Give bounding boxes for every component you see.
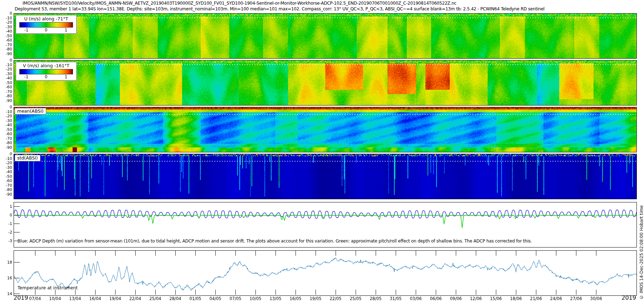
axis-tick-label: 18/06 <box>510 296 522 301</box>
std-absi-heatmap <box>14 154 636 199</box>
axis-tick-label: -50 <box>6 127 12 132</box>
temperature-label: Temperature at instrument <box>18 285 78 290</box>
axis-tick-label: -20 <box>6 20 12 25</box>
axis-tick-label: -20 <box>6 67 12 72</box>
axis-tick-label: -40 <box>6 170 12 174</box>
axis-tick-label: 28/04 <box>169 296 181 301</box>
u-legend-title: U (m/s) along -71°T <box>18 16 75 22</box>
axis-tick-label: 15/06 <box>490 296 502 301</box>
axis-tick-label: 03/06 <box>410 296 422 301</box>
axis-tick-label: 19/04 <box>109 296 121 301</box>
temperature-lineplot <box>14 251 636 295</box>
axis-tick-label: -60 <box>6 38 12 43</box>
axis-tick-label: 0 <box>10 152 12 156</box>
axis-tick-label: -70 <box>6 42 12 47</box>
axis-tick-label: 22/04 <box>129 296 141 301</box>
u-colorbar-legend: U (m/s) along -71°T -1 0 1 <box>16 15 77 34</box>
axis-tick-label: -60 <box>6 85 12 89</box>
colorbar-tick-label: 0 <box>45 74 47 79</box>
axis-tick-label: 09/06 <box>450 296 462 301</box>
axis-tick-label: 21/06 <box>530 296 542 301</box>
adcp-summary-figure: IMOS/ANMN/NSW/SYD100/Velocity/IMOS_ANMN-… <box>0 0 644 304</box>
axis-tick-label: -30 <box>6 118 12 123</box>
axis-tick-label: 10/04 <box>49 296 61 301</box>
figure-title-filename: IMOS/ANMN/NSW/SYD100/Velocity/IMOS_ANMN-… <box>23 1 457 6</box>
axis-tick-label: -30 <box>6 24 12 29</box>
xaxis-year-right: 2019 <box>621 294 636 301</box>
axis-tick-label: 07/04 <box>29 296 41 301</box>
axis-tick-label: 19/05 <box>309 296 321 301</box>
axis-tick-label: 22/05 <box>330 296 341 301</box>
axis-tick-label: -90 <box>6 98 12 103</box>
panel-temperature: Temperature at instrument <box>14 250 637 296</box>
axis-tick-label: -60 <box>6 178 12 183</box>
axis-tick-label: 1 <box>10 204 12 209</box>
axis-tick-label: -30 <box>6 165 12 170</box>
axis-tick-label: -90 <box>6 145 12 149</box>
axis-tick-label: 04/05 <box>209 296 221 301</box>
axis-tick-label: -40 <box>6 29 12 34</box>
axis-tick-label: 13/05 <box>269 296 281 301</box>
panel-mean-absi: mean(ABSI) <box>14 107 637 152</box>
axis-tick-label: -80 <box>6 187 12 192</box>
axis-tick-label: -90 <box>6 51 12 56</box>
axis-tick-label: -70 <box>6 136 12 141</box>
u-colorbar-ticks: -1 0 1 <box>19 28 73 33</box>
std-absi-label: std(ABSI) <box>15 155 40 161</box>
colorbar-tick-label: 0 <box>45 28 47 33</box>
panel-v-velocity: V (m/s) along -161°T -1 0 1 <box>14 60 637 106</box>
figure-subtitle-deployment: Deployment 53, member 1 lat=33.94S lon=1… <box>15 6 545 11</box>
axis-tick-label: 12/06 <box>470 296 482 301</box>
panel-std-absi: std(ABSI) <box>14 154 637 199</box>
axis-tick-label: 16 <box>7 275 12 280</box>
v-velocity-heatmap <box>14 60 636 105</box>
axis-tick-label: -80 <box>6 94 12 98</box>
axis-tick-label: -40 <box>6 76 12 80</box>
v-colorbar-ticks: -1 0 1 <box>19 74 73 79</box>
axis-tick-label: 25/05 <box>350 296 361 301</box>
axis-tick-label: -20 <box>6 114 12 118</box>
axis-tick-label: -40 <box>6 123 12 127</box>
axis-tick-label: 31/05 <box>390 296 402 301</box>
axis-tick-label: 0 <box>10 58 12 63</box>
axis-tick-label: 0 <box>10 11 12 16</box>
imos-watermark: © IMOS 14-Dec-2025 02:08:00 Hobart time <box>639 205 644 300</box>
axis-tick-label: 16/05 <box>289 296 301 301</box>
axis-tick-label: -80 <box>6 47 12 52</box>
mean-absi-heatmap <box>14 107 636 152</box>
axis-tick-label: -70 <box>6 89 12 94</box>
axis-tick-label: -10 <box>6 156 12 161</box>
axis-tick-label: 07/05 <box>229 296 241 301</box>
axis-tick-label: 14 <box>7 291 12 296</box>
axis-tick-label: -60 <box>6 132 12 136</box>
v-legend-title: V (m/s) along -161°T <box>18 63 75 69</box>
colorbar-tick-label: 1 <box>65 74 67 79</box>
u-colorbar-gradient <box>19 22 73 28</box>
axis-tick-label: -50 <box>6 174 12 178</box>
axis-tick-label: -50 <box>6 80 12 85</box>
axis-tick-label: -30 <box>6 71 12 76</box>
axis-tick-label: 13/04 <box>69 296 81 301</box>
axis-tick-label: -10 <box>6 109 12 114</box>
axis-tick-label: 0 <box>10 105 12 109</box>
axis-tick-label: 28/05 <box>370 296 381 301</box>
axis-tick-label: 10/05 <box>249 296 261 301</box>
axis-tick-label: -1 <box>8 221 12 226</box>
depth-variation-annotation: Blue: ADCP Depth (m) variation from sens… <box>18 239 532 244</box>
mean-absi-label: mean(ABSI) <box>15 108 46 114</box>
axis-tick-label: 16/04 <box>89 296 101 301</box>
axis-tick-label: -80 <box>6 141 12 145</box>
colorbar-tick-label: 1 <box>65 28 67 33</box>
axis-tick-label: -50 <box>6 33 12 38</box>
axis-tick-label: -20 <box>6 161 12 165</box>
axis-tick-label: -10 <box>6 62 12 67</box>
axis-tick-label: 25/04 <box>149 296 161 301</box>
panel-u-velocity: U (m/s) along -71°T -1 0 1 <box>14 13 637 59</box>
axis-tick-label: -10 <box>6 15 12 20</box>
u-velocity-heatmap <box>14 14 636 58</box>
axis-tick-label: -70 <box>6 183 12 187</box>
axis-tick-label: 0 <box>10 213 12 217</box>
axis-tick-label: 01/05 <box>189 296 201 301</box>
v-colorbar-gradient <box>19 69 73 74</box>
axis-tick-label: 30/06 <box>590 296 602 301</box>
